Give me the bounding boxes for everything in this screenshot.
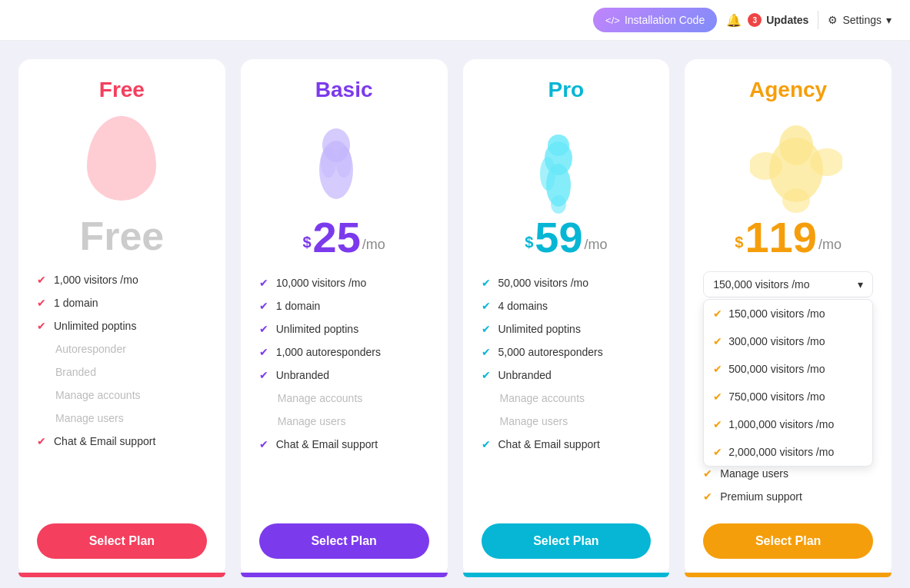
updates-button[interactable]: 🔔 3 Updates bbox=[726, 13, 808, 28]
settings-button[interactable]: ⚙ Settings ▾ bbox=[828, 14, 892, 26]
free-feature-list: ✔1,000 visitors /mo ✔1 domain ✔Unlimited… bbox=[37, 268, 207, 508]
free-plan-title: Free bbox=[99, 78, 145, 102]
agency-select-plan-button[interactable]: Select Plan bbox=[703, 523, 873, 559]
list-item: ✔Unbranded bbox=[482, 364, 652, 387]
check-icon: ✔ bbox=[37, 274, 46, 286]
svg-point-2 bbox=[321, 147, 336, 178]
bell-icon: 🔔 bbox=[726, 13, 742, 28]
basic-price-amount: 25 bbox=[313, 216, 361, 259]
list-item: ✔1 domain bbox=[259, 294, 429, 317]
list-item: ✔Unlimited poptins bbox=[482, 317, 652, 341]
list-item: ✔Chat & Email support bbox=[259, 433, 429, 456]
selected-visitors-text: 150,000 visitors /mo bbox=[713, 278, 809, 291]
check-icon: ✔ bbox=[37, 320, 46, 332]
check-icon: ✔ bbox=[713, 446, 722, 458]
list-item-disabled: Manage users bbox=[37, 407, 207, 430]
agency-price-mo: /mo bbox=[818, 237, 842, 253]
check-icon: ✔ bbox=[259, 369, 268, 381]
list-item: ✔4 domains bbox=[482, 294, 652, 317]
free-select-plan-button[interactable]: Select Plan bbox=[37, 523, 207, 559]
check-icon: ✔ bbox=[713, 335, 722, 347]
check-icon: ✔ bbox=[37, 297, 46, 309]
check-icon: ✔ bbox=[482, 346, 491, 358]
basic-plan-title: Basic bbox=[315, 78, 373, 102]
list-item: ✔1 domain bbox=[37, 291, 207, 314]
agency-visitors-dropdown[interactable]: 150,000 visitors /mo ▾ ✔ 150,000 visitor… bbox=[703, 271, 873, 297]
svg-point-13 bbox=[782, 188, 810, 213]
dropdown-option-2m[interactable]: ✔ 2,000,000 visitors /mo bbox=[704, 438, 872, 466]
dropdown-option-150k[interactable]: ✔ 150,000 visitors /mo bbox=[704, 300, 872, 327]
settings-label: Settings bbox=[842, 14, 882, 26]
plans-container: Free Free ✔1,000 visitors /mo ✔1 domain … bbox=[0, 41, 910, 588]
gear-icon: ⚙ bbox=[828, 14, 838, 26]
topbar: </> Installation Code 🔔 3 Updates ⚙ Sett… bbox=[0, 0, 910, 41]
plan-card-agency: Agency $ 119 /mo 150,000 visitors /mo ▾ bbox=[685, 59, 892, 577]
check-icon: ✔ bbox=[482, 300, 491, 312]
svg-point-10 bbox=[750, 152, 782, 180]
chevron-down-icon: ▾ bbox=[886, 14, 892, 26]
agency-plan-title: Agency bbox=[749, 78, 827, 102]
dropdown-option-750k[interactable]: ✔ 750,000 visitors /mo bbox=[704, 383, 872, 410]
check-icon: ✔ bbox=[713, 418, 722, 430]
pro-plan-bird bbox=[528, 116, 605, 208]
check-icon: ✔ bbox=[37, 435, 46, 447]
list-item: ✔10,000 visitors /mo bbox=[259, 271, 429, 294]
visitors-select-display[interactable]: 150,000 visitors /mo ▾ bbox=[703, 271, 873, 297]
check-icon: ✔ bbox=[703, 467, 712, 480]
pro-price-amount: 59 bbox=[535, 216, 582, 259]
list-item: ✔Chat & Email support bbox=[482, 433, 652, 456]
check-icon: ✔ bbox=[259, 438, 268, 450]
check-icon: ✔ bbox=[482, 277, 491, 289]
check-icon: ✔ bbox=[482, 438, 491, 450]
check-icon: ✔ bbox=[703, 490, 712, 503]
list-item-disabled: Autoresponder bbox=[37, 337, 207, 360]
dropdown-option-1m[interactable]: ✔ 1,000,000 visitors /mo bbox=[704, 410, 872, 438]
pro-feature-list: ✔50,000 visitors /mo ✔4 domains ✔Unlimit… bbox=[482, 271, 652, 508]
topbar-divider bbox=[818, 11, 818, 29]
free-price-row: Free bbox=[79, 216, 164, 256]
list-item: ✔1,000 visitors /mo bbox=[37, 268, 207, 291]
svg-point-12 bbox=[779, 125, 813, 165]
list-item: ✔Chat & Email support bbox=[37, 430, 207, 453]
pro-plan-title: Pro bbox=[548, 78, 585, 102]
check-icon: ✔ bbox=[713, 307, 722, 320]
list-item: ✔5,000 autoresponders bbox=[482, 341, 652, 364]
basic-price-mo: /mo bbox=[362, 237, 385, 253]
list-item: ✔Unlimited poptins bbox=[37, 314, 207, 337]
updates-label: Updates bbox=[766, 14, 808, 26]
list-item: ✔Unlimited poptins bbox=[259, 317, 429, 341]
installation-code-button[interactable]: </> Installation Code bbox=[593, 8, 717, 32]
svg-point-7 bbox=[551, 195, 566, 214]
check-icon: ✔ bbox=[482, 323, 491, 335]
svg-point-3 bbox=[336, 147, 352, 178]
agency-price-amount: 119 bbox=[745, 216, 816, 259]
list-item-disabled: Branded bbox=[37, 360, 207, 384]
basic-feature-list: ✔10,000 visitors /mo ✔1 domain ✔Unlimite… bbox=[259, 271, 429, 508]
code-icon: </> bbox=[605, 15, 620, 26]
list-item: ✔50,000 visitors /mo bbox=[482, 271, 652, 294]
basic-price-row: $ 25 /mo bbox=[302, 216, 385, 259]
check-icon: ✔ bbox=[259, 346, 268, 358]
basic-plan-bird bbox=[305, 116, 382, 208]
dropdown-option-500k[interactable]: ✔ 500,000 visitors /mo bbox=[704, 355, 872, 383]
check-icon: ✔ bbox=[259, 300, 268, 312]
svg-point-11 bbox=[810, 148, 842, 176]
chevron-down-icon: ▾ bbox=[858, 278, 863, 291]
installation-code-label: Installation Code bbox=[625, 14, 705, 26]
updates-badge: 3 bbox=[748, 13, 762, 27]
list-item-disabled: Manage accounts bbox=[482, 387, 652, 410]
check-icon: ✔ bbox=[259, 277, 268, 289]
agency-price-symbol: $ bbox=[735, 234, 743, 251]
list-item: ✔1,000 autoresponders bbox=[259, 341, 429, 364]
list-item: ✔Unbranded bbox=[259, 364, 429, 387]
dropdown-option-300k[interactable]: ✔ 300,000 visitors /mo bbox=[704, 327, 872, 355]
pro-price-symbol: $ bbox=[525, 234, 533, 251]
list-item-disabled: Manage users bbox=[482, 410, 652, 433]
list-item-disabled: Manage accounts bbox=[259, 387, 429, 410]
basic-select-plan-button[interactable]: Select Plan bbox=[259, 523, 429, 559]
list-item-disabled: Manage accounts bbox=[37, 384, 207, 407]
pro-select-plan-button[interactable]: Select Plan bbox=[482, 523, 652, 559]
check-icon: ✔ bbox=[713, 390, 722, 403]
plan-card-free: Free Free ✔1,000 visitors /mo ✔1 domain … bbox=[18, 59, 225, 577]
free-price-amount: Free bbox=[79, 216, 164, 256]
